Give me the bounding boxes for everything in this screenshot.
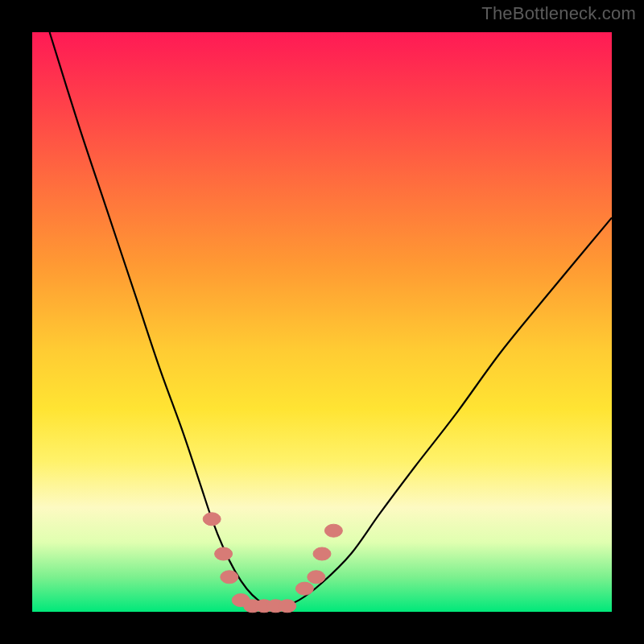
data-point <box>215 547 233 560</box>
data-point <box>308 571 325 584</box>
chart-frame: TheBottleneck.com <box>0 0 644 644</box>
data-point <box>295 582 313 595</box>
bottleneck-curve <box>50 32 612 607</box>
data-point <box>221 571 238 584</box>
chart-svg <box>32 32 612 612</box>
data-point <box>313 547 331 560</box>
data-points-group <box>203 513 342 613</box>
data-point <box>324 524 342 537</box>
plot-area <box>32 32 612 612</box>
watermark-text: TheBottleneck.com <box>481 3 636 24</box>
data-point <box>279 600 296 613</box>
data-point <box>203 513 221 526</box>
